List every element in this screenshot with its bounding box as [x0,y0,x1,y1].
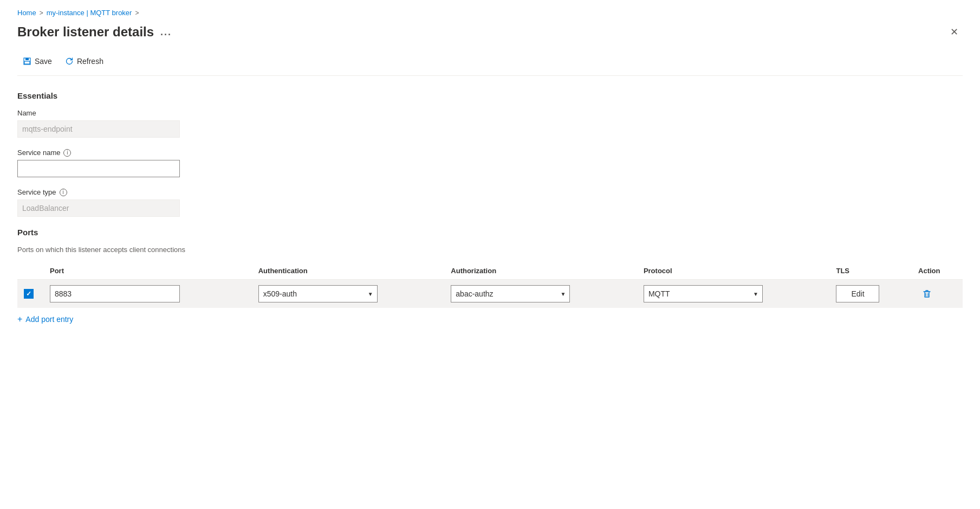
panel-title-text: Broker listener details [17,24,154,40]
refresh-button[interactable]: Refresh [60,54,109,69]
table-row: x509-auth none ▼ abac-authz none [17,280,963,308]
save-button[interactable]: Save [17,54,57,69]
protocol-cell: MQTT WebSocket ▼ [637,280,830,308]
ports-subtitle: Ports on which this listener accepts cli… [17,246,963,254]
col-port: Port [43,262,252,280]
authorization-select[interactable]: abac-authz none [451,285,570,302]
protocol-select[interactable]: MQTT WebSocket [644,285,763,302]
add-port-button[interactable]: + Add port entry [17,310,73,328]
service-name-group: Service name i [17,149,963,177]
breadcrumb-home[interactable]: Home [17,9,36,17]
more-options-button[interactable]: ... [160,27,172,38]
ports-table: Port Authentication Authorization Protoc… [17,262,963,308]
col-authorization: Authorization [444,262,637,280]
service-type-info-icon[interactable]: i [60,189,67,196]
panel-title: Broker listener details ... [17,24,172,40]
tls-cell: Edit [829,280,912,308]
authentication-cell: x509-auth none ▼ [252,280,445,308]
tls-edit-button[interactable]: Edit [836,285,879,302]
close-button[interactable]: ✕ [945,23,963,41]
essentials-title: Essentials [17,91,963,100]
authorization-cell: abac-authz none ▼ [444,280,637,308]
table-header-row: Port Authentication Authorization Protoc… [17,262,963,280]
save-label: Save [35,57,52,66]
service-type-input [17,199,180,217]
service-type-label: Service type i [17,188,963,196]
action-cell [912,280,963,308]
add-port-label: Add port entry [25,315,73,324]
authentication-select[interactable]: x509-auth none [258,285,378,302]
delete-row-button[interactable] [918,285,936,302]
authorization-dropdown-wrapper: abac-authz none ▼ [451,285,570,302]
save-icon [23,57,31,66]
breadcrumb-sep-2: > [135,9,139,17]
essentials-section: Essentials Name Service name i Service t… [17,91,963,217]
broker-listener-panel: Home > my-instance | MQTT broker > Broke… [0,0,980,509]
tls-edit-label: Edit [851,289,864,298]
service-type-group: Service type i [17,188,963,217]
row-checkbox[interactable] [24,289,34,299]
name-input [17,120,180,138]
port-input[interactable] [50,285,180,302]
breadcrumb-sep-1: > [40,9,43,17]
ports-title: Ports [17,228,963,237]
refresh-label: Refresh [77,57,103,66]
breadcrumb-instance[interactable]: my-instance | MQTT broker [47,9,132,17]
name-label: Name [17,109,963,117]
ports-section: Ports Ports on which this listener accep… [17,228,963,328]
protocol-dropdown-wrapper: MQTT WebSocket ▼ [644,285,763,302]
refresh-icon [65,57,74,66]
service-name-input[interactable] [17,160,180,177]
toolbar: Save Refresh [17,54,963,76]
trash-icon [922,289,932,299]
col-tls: TLS [829,262,912,280]
col-checkbox [17,262,43,280]
panel-header: Broker listener details ... ✕ [17,23,963,41]
col-authentication: Authentication [252,262,445,280]
col-protocol: Protocol [637,262,830,280]
service-name-label: Service name i [17,149,963,157]
service-name-info-icon[interactable]: i [63,149,71,157]
close-icon: ✕ [950,26,958,38]
authentication-dropdown-wrapper: x509-auth none ▼ [258,285,378,302]
svg-rect-1 [25,58,29,60]
port-cell [43,280,252,308]
breadcrumb: Home > my-instance | MQTT broker > [17,9,963,17]
add-icon: + [17,314,22,324]
svg-rect-2 [24,61,30,64]
name-group: Name [17,109,963,138]
col-action: Action [912,262,963,280]
row-checkbox-cell [17,280,43,308]
